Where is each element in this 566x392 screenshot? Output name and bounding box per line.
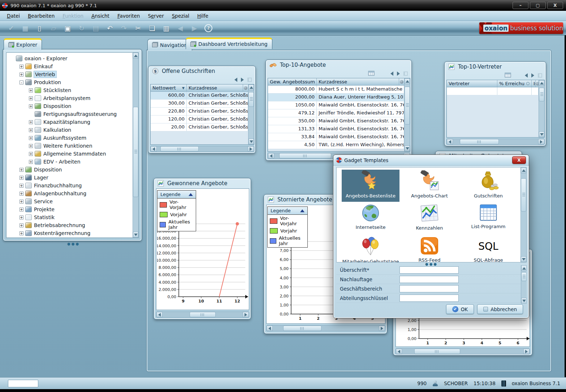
column-options-icon[interactable] <box>244 86 247 90</box>
undo-icon[interactable]: ↶ <box>104 23 116 33</box>
column-header-kurzadresse[interactable]: Kurzadresse <box>317 78 399 85</box>
field-input-nachlauftage[interactable] <box>399 276 459 283</box>
expand-icon[interactable]: + <box>29 128 33 132</box>
tree-item-oxaion-explorer[interactable]: +oxaion - Explorer <box>9 55 133 62</box>
gadget-template-list-programm[interactable]: List-Programm <box>459 202 517 235</box>
scroll-left-button[interactable] <box>156 312 163 317</box>
gadget-template-mitarbeiter-geburtstage[interactable]: Mitarbeiter-Geburtstage <box>342 235 399 262</box>
cut-icon[interactable]: ✂ <box>132 23 144 33</box>
next-page-icon[interactable] <box>531 73 534 78</box>
gadget-template-rss-feed[interactable]: RSS-Feed <box>401 235 458 262</box>
scroll-left-button[interactable] <box>396 349 402 354</box>
status-command-input[interactable] <box>8 380 38 387</box>
tree-item-vertrieb[interactable]: +Vertrieb <box>9 70 133 78</box>
expand-icon[interactable]: + <box>20 65 23 69</box>
table-row[interactable]: 479,12Jeniffer Tröndle, Riedwieshof 11, … <box>268 109 404 117</box>
menu-spezial[interactable]: Spezial <box>168 12 193 20</box>
expand-icon[interactable]: + <box>29 96 33 100</box>
scroll-up-button[interactable] <box>521 265 527 271</box>
prev-page-icon[interactable] <box>234 78 237 82</box>
table-row[interactable]: 33,84Maiwald GmbH, Eisenstockstr. 16, 76… <box>268 133 404 141</box>
expand-icon[interactable]: + <box>29 104 33 108</box>
menu-bearbeiten[interactable]: Bearbeiten <box>24 12 59 20</box>
tree-item-edv-arbeiten[interactable]: +EDV - Arbeiten <box>9 158 133 166</box>
legend-collapse-icon[interactable] <box>300 209 304 212</box>
scroll-up-button[interactable] <box>521 167 526 173</box>
gadget-template-angebots-bestenliste[interactable]: Angebots-Bestenliste <box>342 170 399 202</box>
table-vertical-scrollbar[interactable] <box>404 78 410 151</box>
dialog-close-button[interactable]: X <box>512 156 526 164</box>
field-input--berschrift-[interactable] <box>399 266 459 274</box>
column-header--erreichu[interactable]: % Erreichu <box>497 80 532 87</box>
tree-item-disposition[interactable]: +Disposition <box>9 102 133 110</box>
gadget-template-internetseite[interactable]: Internetseite <box>342 202 399 235</box>
scroll-left-button[interactable] <box>267 326 273 331</box>
expand-icon[interactable]: + <box>20 200 23 204</box>
table-row[interactable]: 20,00Christian Gerber, Schloßstr. <box>151 123 248 131</box>
table-row[interactable]: 131,33Maiwald GmbH, Eisenstockstr. 16, 7… <box>268 125 404 133</box>
column-options-icon[interactable] <box>400 80 403 84</box>
expand-icon[interactable]: + <box>20 168 23 172</box>
next-page-icon[interactable] <box>397 71 400 76</box>
table-row[interactable]: 4,50TWI, (z.Hd. Herrn Wieching), Römerst… <box>268 141 404 149</box>
tree-item-betriebsabrechnung[interactable]: +Betriebsabrechnung <box>9 221 133 229</box>
next-page-icon[interactable] <box>241 78 244 82</box>
table-row[interactable] <box>447 87 539 95</box>
table-row[interactable]: 350,00Maiwald GmbH, Eisenstockstr. 16, 7… <box>268 117 404 125</box>
save-icon[interactable]: ▣ <box>61 23 74 33</box>
menu-datei[interactable]: Datei <box>3 12 24 20</box>
tree-item-anlagenbuchhaltung[interactable]: +Anlagenbuchhaltung <box>9 190 133 197</box>
column-options-icon[interactable] <box>536 82 539 86</box>
close-button[interactable]: X <box>547 2 563 9</box>
scroll-down-button[interactable] <box>539 131 544 137</box>
paste-icon[interactable]: ▥ <box>160 23 172 33</box>
chart-horizontal-scrollbar[interactable] <box>156 312 249 318</box>
chart-horizontal-scrollbar[interactable] <box>266 325 385 331</box>
field-input-gesch-ftsbereich[interactable] <box>399 285 459 292</box>
copy-icon[interactable]: ❏ <box>146 23 158 33</box>
expand-icon[interactable]: + <box>29 88 33 92</box>
column-header-gew-angebotssum[interactable]: Gew. Angebotssum▼ <box>268 78 317 85</box>
field-input-abteilungsschl-ssel[interactable] <box>399 295 459 302</box>
scroll-left-button[interactable] <box>151 146 157 152</box>
tree-item-st-cklisten[interactable]: +Stücklisten <box>9 86 133 94</box>
table-row[interactable]: 2000,00Diana Auer, Unterer Hardtweg 5, 1… <box>268 93 404 101</box>
new-document-icon[interactable]: ▯ <box>33 23 46 33</box>
table-row[interactable]: 220,80Christian Gerber, Schloßstr. <box>151 108 248 116</box>
scroll-right-button[interactable] <box>243 312 249 317</box>
menu-server[interactable]: Server <box>144 12 168 20</box>
scroll-right-button[interactable] <box>538 139 544 144</box>
scroll-right-button[interactable] <box>248 146 254 152</box>
legend-collapse-icon[interactable] <box>189 193 193 196</box>
scroll-left-button[interactable] <box>447 139 453 144</box>
menu-hilfe[interactable]: Hilfe <box>193 12 212 20</box>
expand-icon[interactable]: + <box>20 215 23 219</box>
gadget-template-angebots-chart[interactable]: Angebots-Chart <box>401 170 458 202</box>
scroll-up-button[interactable] <box>249 84 254 90</box>
help-icon[interactable]: ? <box>202 23 215 33</box>
explorer-resize-handle[interactable]: ●●● <box>67 242 80 246</box>
scroll-down-button[interactable] <box>249 139 254 144</box>
cancel-button[interactable]: Abbrechen <box>477 304 523 314</box>
table-horizontal-scrollbar[interactable] <box>150 146 254 152</box>
collapse-icon[interactable]: - <box>20 80 23 84</box>
tree-item-kapazit-tsplanung[interactable]: +Kapazitätsplanung <box>9 118 133 126</box>
tree-item-arbeitsplansystem[interactable]: +Arbeitsplansystem <box>9 94 133 102</box>
tree-item-lager[interactable]: +Lager <box>9 174 133 182</box>
tree-item-projekte[interactable]: +Projekte <box>9 205 133 213</box>
chart-legend[interactable]: LegendeVor-VorJahrVorjahrAktuelles Jahr <box>267 206 308 248</box>
scroll-up-button[interactable] <box>405 78 410 84</box>
dialog-vertical-scrollbar[interactable] <box>520 167 526 262</box>
maximize-button[interactable]: ▢ <box>530 2 546 9</box>
tree-item-auskunftssystem[interactable]: +Auskunftssystem <box>9 134 133 142</box>
table-row[interactable]: 1050,00Maiwald GmbH, Eisenstockstr. 16, … <box>268 101 404 109</box>
tree-item-weitere-funktionen[interactable]: +Weitere Funktionen <box>9 142 133 150</box>
scroll-down-button[interactable] <box>133 232 138 238</box>
tab-navigation[interactable]: Navigation <box>147 39 192 51</box>
expand-icon[interactable]: + <box>20 176 23 180</box>
column-header-nettowert[interactable]: Nettowert▼ <box>151 84 187 91</box>
chart-horizontal-scrollbar[interactable] <box>396 348 530 354</box>
tree-item-produktion[interactable]: -Produktion <box>9 78 133 86</box>
column-header-kurzadresse[interactable]: Kurzadresse <box>187 84 243 91</box>
form-vertical-scrollbar[interactable] <box>521 265 527 304</box>
